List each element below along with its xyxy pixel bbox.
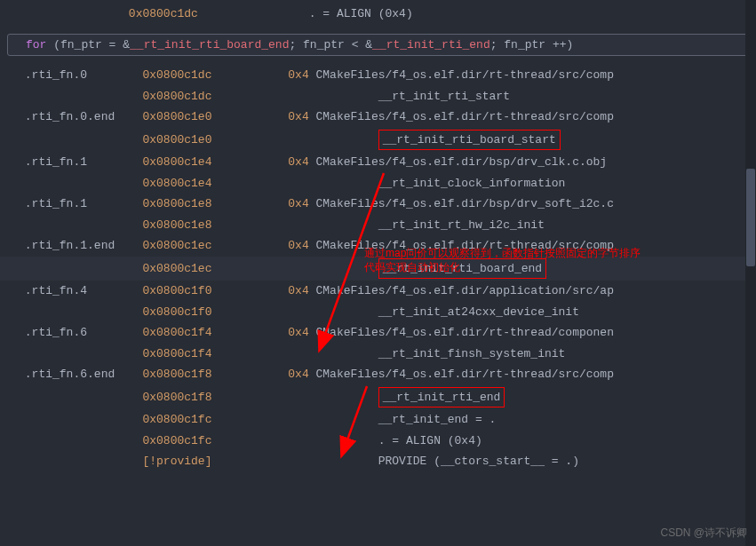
- for-loop-line[interactable]: for (fn_ptr = &__rt_init_rti_board_end; …: [7, 34, 749, 57]
- map-line: 0x0800c1e0 __rt_init_rti_board_start: [0, 128, 756, 153]
- annotation-text: 通过map问价可以观察得到，函数指针按照固定的字节排序 代码实现自动初始化: [364, 247, 641, 274]
- map-line: .rti_fn.0 0x0800c1dc 0x4 CMakeFiles/f4_o…: [0, 65, 756, 86]
- map-line: 0x0800c1e4 __rt_init_clock_information: [0, 173, 756, 194]
- map-line: .rti_fn.1 0x0800c1e4 0x4 CMakeFiles/f4_o…: [0, 152, 756, 173]
- map-line: 0x0800c1f0 __rt_init_at24cxx_device_init: [0, 302, 756, 323]
- map-line: .rti_fn.6 0x0800c1f4 0x4 CMakeFiles/f4_o…: [0, 322, 756, 344]
- map-line: .rti_fn.6.end 0x0800c1f8 0x4 CMakeFiles/…: [0, 364, 756, 385]
- map-line: 0x0800c1f4 __rt_init_finsh_system_init: [0, 344, 756, 365]
- map-line: 0x0800c1e8 __rt_init_rt_hw_i2c_init: [0, 215, 756, 236]
- watermark: CSDN @诗不诉卿: [660, 525, 747, 541]
- map-line: 0x0800c1fc . = ALIGN (0x4): [0, 431, 756, 452]
- map-line: [!provide] PROVIDE (__ctors_start__ = .): [0, 451, 756, 472]
- code-view: 0x0800c1dc . = ALIGN (0x4) for (fn_ptr =…: [0, 0, 756, 476]
- map-line: .rti_fn.0.end 0x0800c1e0 0x4 CMakeFiles/…: [0, 107, 756, 128]
- map-line: .rti_fn.1 0x0800c1e8 0x4 CMakeFiles/f4_o…: [0, 194, 756, 215]
- map-line: 0x0800c1f8 __rt_init_rti_end: [0, 385, 756, 410]
- map-line: 0x0800c1dc . = ALIGN (0x4): [0, 4, 756, 25]
- map-line: .rti_fn.4 0x0800c1f0 0x4 CMakeFiles/f4_o…: [0, 281, 756, 302]
- map-line: 0x0800c1fc __rt_init_end = .: [0, 409, 756, 431]
- scrollbar-track[interactable]: [745, 0, 756, 546]
- scrollbar-thumb[interactable]: [746, 169, 755, 266]
- map-line: 0x0800c1dc __rt_init_rti_start: [0, 86, 756, 107]
